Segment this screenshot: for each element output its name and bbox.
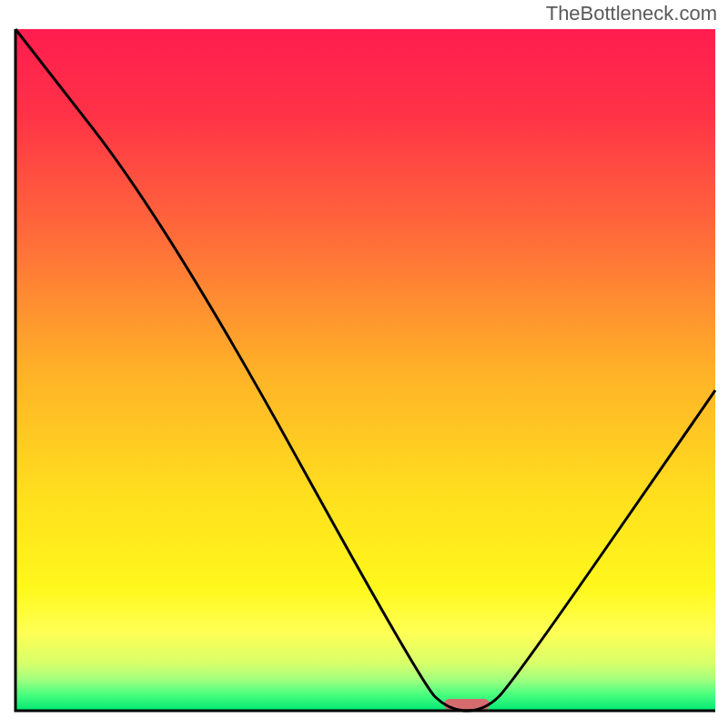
chart-svg [12, 27, 717, 714]
attribution-text: TheBottleneck.com [546, 2, 717, 25]
gradient-background [15, 29, 715, 711]
bottleneck-chart [12, 27, 717, 714]
